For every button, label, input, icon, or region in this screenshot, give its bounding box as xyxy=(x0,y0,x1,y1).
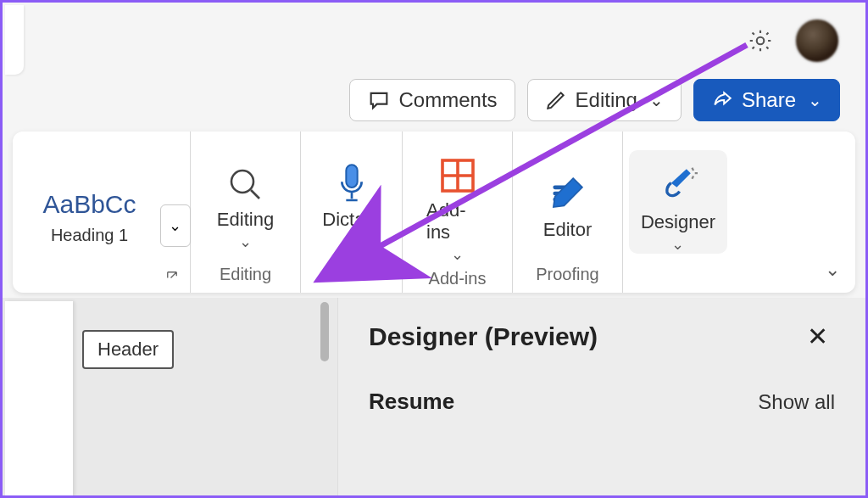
editing-label: Editing xyxy=(576,88,637,112)
designer-panel: Designer (Preview) ✕ Resume Show all xyxy=(337,298,865,498)
editing-mode-button[interactable]: Editing ⌄ xyxy=(527,79,682,121)
styles-dialog-launcher[interactable] xyxy=(163,267,181,286)
style-preview-text: AaBbCc xyxy=(42,190,136,219)
panel-title: Designer (Preview) xyxy=(369,322,598,351)
group-label-voice: Voice xyxy=(331,260,372,288)
chevron-down-icon: ⌄ xyxy=(825,259,840,280)
chevron-down-icon: ⌄ xyxy=(239,232,252,251)
document-tab-stub xyxy=(5,5,24,75)
header-indicator-label: Header xyxy=(97,339,159,360)
close-icon: ✕ xyxy=(807,322,828,350)
dictate-button[interactable]: Dictate ⌄ xyxy=(298,148,403,251)
style-heading1[interactable]: AaBbCc Heading 1 xyxy=(26,167,153,267)
comments-label: Comments xyxy=(399,88,498,112)
svg-point-1 xyxy=(231,171,253,193)
close-panel-button[interactable]: ✕ xyxy=(800,318,835,355)
styles-more-button[interactable]: ⌄ xyxy=(160,204,191,247)
addins-group: Add-ins ⌄ Add-ins xyxy=(403,131,513,293)
panel-section-label: Resume xyxy=(369,389,454,415)
editing-group: Editing ⌄ Editing xyxy=(191,131,301,293)
group-label-addins: Add-ins xyxy=(429,264,487,292)
search-icon xyxy=(225,165,266,205)
document-area: Header xyxy=(3,298,337,498)
editing-button[interactable]: Editing ⌄ xyxy=(193,148,298,251)
style-name-label: Heading 1 xyxy=(51,226,128,245)
settings-button[interactable] xyxy=(743,24,777,58)
addins-button-label: Add-ins xyxy=(426,199,488,243)
editor-button[interactable]: Editor xyxy=(520,158,615,241)
grid-icon xyxy=(437,155,478,196)
show-all-link[interactable]: Show all xyxy=(758,390,835,414)
chevron-down-icon: ⌄ xyxy=(345,232,358,251)
title-bar xyxy=(3,3,865,79)
designer-button[interactable]: Designer ⌄ xyxy=(629,150,727,254)
styles-group: AaBbCc Heading 1 ⌄ xyxy=(13,131,191,293)
header-indicator[interactable]: Header xyxy=(82,330,174,369)
brush-icon xyxy=(659,164,698,208)
group-label-editing: Editing xyxy=(220,260,271,288)
chevron-down-icon: ⌄ xyxy=(169,216,181,235)
dictate-button-label: Dictate xyxy=(322,209,380,231)
pen-icon xyxy=(545,89,567,111)
voice-group: Dictate ⌄ Voice xyxy=(301,131,403,293)
chevron-down-icon: ⌄ xyxy=(451,245,464,264)
gear-icon xyxy=(747,27,774,54)
chevron-down-icon: ⌄ xyxy=(671,235,684,254)
addins-button[interactable]: Add-ins ⌄ xyxy=(403,138,512,264)
scrollbar-thumb[interactable] xyxy=(320,302,329,361)
share-label: Share xyxy=(742,88,796,112)
chevron-down-icon: ⌄ xyxy=(808,90,822,110)
workspace: Header Designer (Preview) ✕ Resume Show … xyxy=(3,298,865,498)
designer-button-label: Designer xyxy=(641,211,715,233)
editor-pen-icon xyxy=(546,171,588,215)
collapse-ribbon-button[interactable]: ⌄ xyxy=(825,259,840,281)
action-row: Comments Editing ⌄ Share ⌄ xyxy=(3,79,865,131)
svg-point-0 xyxy=(757,37,765,45)
comments-button[interactable]: Comments xyxy=(349,79,515,121)
share-icon xyxy=(711,89,733,111)
comment-icon xyxy=(367,88,391,112)
editing-button-label: Editing xyxy=(217,209,274,231)
ribbon: AaBbCc Heading 1 ⌄ Editing ⌄ xyxy=(13,131,855,293)
proofing-group: Editor Proofing xyxy=(513,131,623,293)
page-surface[interactable] xyxy=(5,301,73,496)
editor-button-label: Editor xyxy=(543,219,592,241)
designer-group: Designer ⌄ xyxy=(623,131,742,293)
user-avatar[interactable] xyxy=(794,18,840,64)
microphone-icon xyxy=(335,161,369,205)
share-button[interactable]: Share ⌄ xyxy=(693,79,840,121)
dialog-launcher-icon xyxy=(164,269,180,284)
group-label-empty xyxy=(676,260,681,288)
group-label-proofing: Proofing xyxy=(536,260,599,288)
svg-rect-2 xyxy=(346,165,357,187)
chevron-down-icon: ⌄ xyxy=(649,90,664,110)
